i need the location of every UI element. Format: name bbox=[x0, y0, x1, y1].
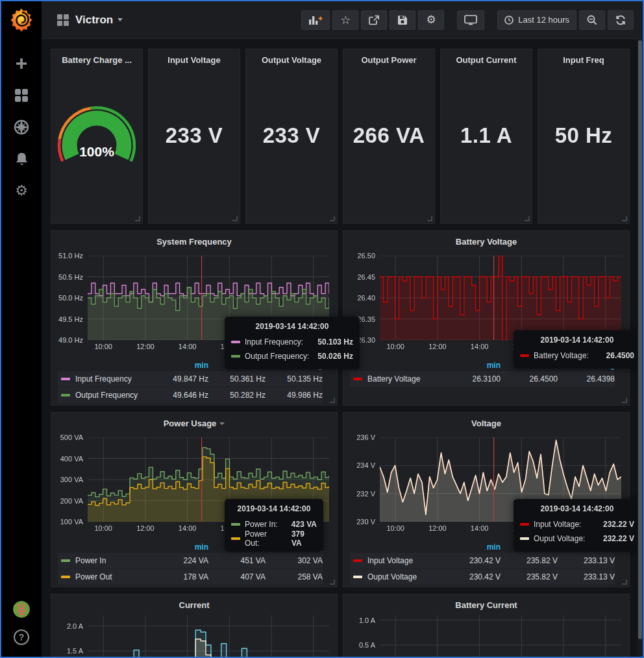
zoom-out-button[interactable] bbox=[579, 10, 605, 30]
star-dashboard-button[interactable]: ☆ bbox=[332, 10, 358, 30]
panel-system-frequency: System Frequency 51.0 Hz50.5 Hz50.0 Hz49… bbox=[51, 230, 338, 406]
create-plus-icon[interactable] bbox=[14, 56, 29, 71]
series-name[interactable]: Battery Voltage bbox=[367, 374, 443, 384]
dashboard-grid: Battery Charge ... 100% Input Voltage 23… bbox=[42, 39, 638, 657]
tooltip-series-value: 232.22 V bbox=[595, 520, 634, 529]
dashboards-icon[interactable] bbox=[14, 88, 29, 103]
legend-stat-header[interactable]: min bbox=[443, 361, 501, 370]
configuration-gear-icon[interactable]: ⚙ bbox=[14, 183, 29, 199]
series-color-swatch bbox=[231, 523, 240, 526]
legend-series[interactable]: Power Out178 VA407 VA258 VA bbox=[58, 569, 323, 585]
tooltip-series-value: 50.026 Hz bbox=[310, 352, 353, 361]
tooltip-series-label: Input Frequency: bbox=[245, 337, 303, 347]
legend-series[interactable]: Output Frequency49.646 Hz50.282 Hz49.986… bbox=[58, 387, 323, 403]
series-stat-value: 235.82 V bbox=[501, 572, 558, 581]
panel-input-freq-stat: Input Freq 50 Hz bbox=[538, 49, 630, 224]
y-tick-label: 100 VA bbox=[60, 518, 83, 526]
panel-battery-charge: Battery Charge ... 100% bbox=[51, 49, 143, 224]
series-stat-value: 50.282 Hz bbox=[208, 391, 266, 400]
series-stat-value: 50.135 Hz bbox=[266, 374, 323, 384]
panel-title[interactable]: Input Freq bbox=[538, 49, 629, 67]
tooltip-series-label: Battery Voltage: bbox=[534, 351, 589, 360]
series-color-swatch[interactable] bbox=[61, 576, 70, 578]
stat-row: Battery Charge ... 100% Input Voltage 23… bbox=[51, 49, 630, 224]
y-tick-label: 236 V bbox=[356, 433, 375, 441]
panel-title[interactable]: Output Voltage bbox=[246, 49, 337, 67]
plot-area[interactable] bbox=[380, 615, 621, 657]
explore-compass-icon[interactable] bbox=[14, 119, 29, 135]
legend-series[interactable]: Power In224 VA451 VA302 VA bbox=[58, 553, 323, 568]
series-stat-value: 49.847 Hz bbox=[151, 374, 208, 384]
y-tick-label: 26.30 bbox=[357, 336, 375, 344]
panel-title[interactable]: Battery Current bbox=[343, 594, 629, 613]
series-stat-value: 26.4500 bbox=[501, 374, 558, 384]
grafana-logo[interactable] bbox=[8, 6, 34, 32]
series-color-swatch[interactable] bbox=[353, 559, 362, 562]
tooltip-series-value: 232.22 V bbox=[595, 534, 634, 543]
series-color-swatch[interactable] bbox=[353, 576, 362, 578]
series-name[interactable]: Input Frequency bbox=[75, 374, 151, 384]
panel-title[interactable]: Battery Voltage bbox=[343, 231, 629, 249]
tooltip-timestamp: 2019-03-14 14:42:00 bbox=[231, 504, 317, 513]
cycle-view-mode-button[interactable] bbox=[457, 10, 484, 30]
series-name[interactable]: Output Frequency bbox=[75, 391, 151, 400]
time-range-picker[interactable]: Last 12 hours bbox=[497, 10, 576, 30]
series-stat-value: 49.986 Hz bbox=[266, 391, 323, 400]
series-name[interactable]: Power Out bbox=[75, 572, 151, 581]
panel-title[interactable]: Battery Charge ... bbox=[51, 49, 142, 67]
y-axis-labels: 51.0 Hz50.5 Hz50.0 Hz49.5 Hz49.0 Hz bbox=[53, 256, 83, 340]
legend-stat-header[interactable]: min bbox=[151, 542, 208, 552]
dashboard-grid-icon[interactable] bbox=[57, 14, 69, 26]
legend-stat-header[interactable]: min bbox=[443, 542, 501, 552]
y-tick-label: 26.50 bbox=[357, 252, 375, 260]
help-icon[interactable]: ? bbox=[14, 629, 29, 645]
user-avatar[interactable] bbox=[13, 601, 30, 618]
y-tick-label: 2.0 A bbox=[67, 622, 83, 630]
plot-area[interactable] bbox=[380, 256, 621, 340]
legend-series[interactable]: Battery Voltage26.310026.450026.4398 bbox=[350, 371, 615, 387]
series-name[interactable]: Ouput Voltage bbox=[367, 572, 443, 581]
sidebar: ⚙ ? bbox=[1, 1, 42, 657]
series-color-swatch[interactable] bbox=[61, 378, 70, 380]
legend-stat-header[interactable]: min bbox=[151, 361, 208, 370]
save-dashboard-button[interactable] bbox=[390, 10, 415, 30]
legend-series[interactable]: Ouput Voltage230.42 V235.82 V233.13 V bbox=[350, 569, 615, 585]
add-panel-button[interactable] bbox=[301, 10, 330, 30]
series-stat-value: 233.13 V bbox=[558, 556, 615, 565]
series-stat-value: 26.3100 bbox=[443, 374, 501, 384]
dashboard-settings-button[interactable]: ⚙ bbox=[418, 10, 444, 30]
panel-title[interactable]: Current bbox=[51, 594, 337, 613]
panel-title[interactable]: System Frequency bbox=[51, 231, 337, 249]
y-tick-label: 49.0 Hz bbox=[58, 336, 83, 344]
scrollbar-thumb[interactable] bbox=[638, 40, 642, 639]
scrollbar-track[interactable] bbox=[638, 39, 643, 657]
graph-tooltip: 2019-03-14 14:42:00Input Voltage:232.22 … bbox=[514, 499, 638, 552]
refresh-button[interactable] bbox=[608, 10, 634, 30]
panel-title[interactable]: Input Voltage bbox=[149, 49, 240, 67]
series-stat-value: 49.646 Hz bbox=[151, 391, 208, 400]
series-color-swatch[interactable] bbox=[61, 394, 70, 396]
panel-title[interactable]: Power Usage bbox=[51, 413, 337, 431]
legend-series[interactable]: Input Frequency49.847 Hz50.361 Hz50.135 … bbox=[58, 371, 323, 387]
tooltip-series-label: Ouput Voltage: bbox=[534, 534, 585, 543]
panel-title[interactable]: Voltage bbox=[343, 413, 629, 431]
series-color-swatch[interactable] bbox=[61, 559, 70, 562]
alerting-bell-icon[interactable] bbox=[14, 151, 29, 167]
panel-title[interactable]: Output Current bbox=[441, 49, 532, 67]
series-stat-value: 230.42 V bbox=[443, 572, 501, 581]
series-stat-value: 233.13 V bbox=[558, 572, 615, 581]
y-tick-label: 500 VA bbox=[60, 433, 83, 441]
panel-battery-voltage: Battery Voltage 26.5026.4526.4026.3526.3… bbox=[343, 230, 630, 406]
panel-output-voltage-stat: Output Voltage 233 V bbox=[245, 49, 338, 224]
dashboard-title-dropdown[interactable]: Victron bbox=[75, 14, 123, 27]
plot-area[interactable] bbox=[88, 615, 329, 657]
series-name[interactable]: Input Voltage bbox=[367, 556, 443, 565]
series-stat-value: 178 VA bbox=[151, 572, 208, 581]
series-color-swatch[interactable] bbox=[353, 378, 362, 380]
legend-series[interactable]: Input Voltage230.42 V235.82 V233.13 V bbox=[350, 553, 615, 568]
panel-title[interactable]: Output Power bbox=[343, 49, 434, 67]
tooltip-timestamp: 2019-03-14 14:42:00 bbox=[520, 504, 634, 513]
x-tick-label: 10:00 bbox=[386, 524, 404, 532]
share-dashboard-button[interactable] bbox=[361, 10, 387, 30]
series-name[interactable]: Power In bbox=[75, 556, 151, 565]
